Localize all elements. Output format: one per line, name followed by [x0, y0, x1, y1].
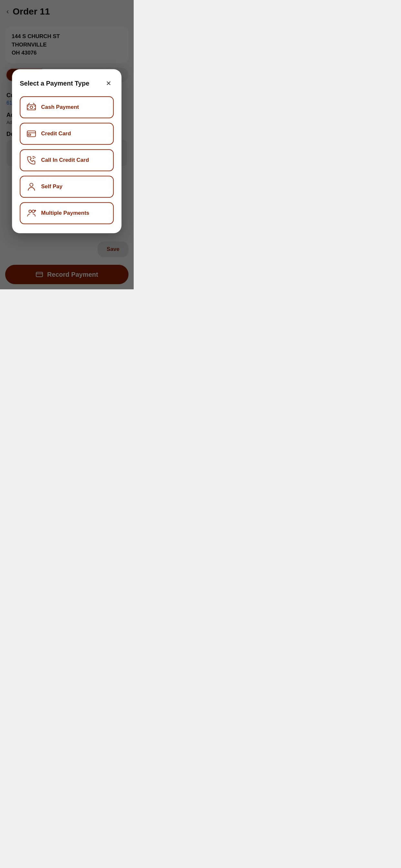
modal-title: Select a Payment Type [20, 80, 89, 87]
cash-payment-option[interactable]: Cash Payment [20, 96, 114, 118]
call-in-credit-card-label: Call In Credit Card [41, 157, 89, 163]
modal-header: Select a Payment Type ✕ [20, 78, 114, 89]
modal-close-button[interactable]: ✕ [104, 78, 114, 89]
cash-payment-label: Cash Payment [41, 104, 79, 111]
group-icon [26, 208, 36, 218]
svg-point-11 [30, 183, 33, 186]
phone-icon [26, 155, 36, 165]
credit-card-option[interactable]: Credit Card [20, 123, 114, 145]
multiple-payments-label: Multiple Payments [41, 210, 89, 216]
multiple-payments-option[interactable]: Multiple Payments [20, 202, 114, 224]
self-pay-option[interactable]: Self Pay [20, 176, 114, 197]
payment-type-modal: Select a Payment Type ✕ Cash Payment Cre… [12, 69, 121, 233]
svg-point-13 [32, 210, 35, 213]
person-icon [26, 182, 36, 192]
svg-point-3 [30, 106, 33, 108]
call-in-credit-card-option[interactable]: Call In Credit Card [20, 149, 114, 171]
svg-point-12 [29, 210, 31, 213]
credit-card-icon [26, 128, 36, 139]
credit-card-label: Credit Card [41, 130, 71, 137]
svg-rect-10 [28, 134, 31, 135]
svg-rect-8 [27, 131, 35, 136]
svg-rect-2 [27, 104, 35, 110]
close-icon: ✕ [106, 80, 112, 87]
self-pay-label: Self Pay [41, 183, 62, 190]
cash-icon [26, 102, 36, 113]
